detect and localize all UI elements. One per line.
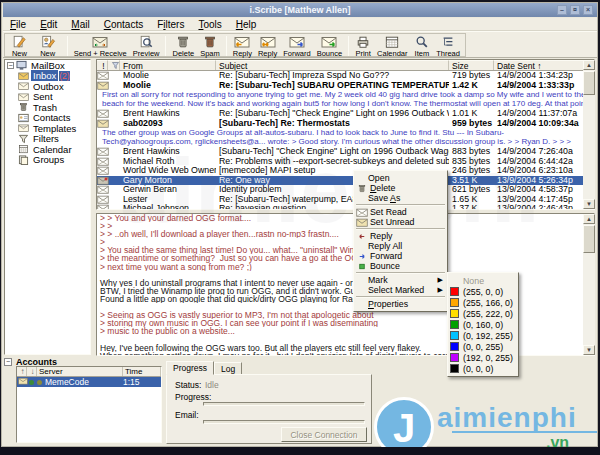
account-row[interactable]: MemeCode1:15 [17, 377, 161, 387]
sidebar-item-filters[interactable]: Filters [5, 134, 90, 145]
toolbar-thread-button[interactable]: Thread [433, 34, 463, 58]
scroll-down-button[interactable]: ▼ [583, 345, 595, 355]
toolbar-forward-button[interactable]: Forward [280, 34, 314, 58]
message-row[interactable]: MoolieRe: [Subaru-Tech] SUBARU OPERATING… [97, 81, 594, 91]
toolbar-calendar-button[interactable]: Calendar [374, 34, 410, 58]
message-row[interactable]: Gerwin BeranIdentity problem621 bytes13/… [97, 185, 594, 195]
context-menu-select-marked[interactable]: Select Marked▶ [354, 285, 447, 295]
body-line: > > You and your darned OGG format.... [97, 214, 594, 222]
sidebar-item-templates[interactable]: Templates [5, 123, 90, 134]
mark-color-option[interactable]: (0, 0, 0) [448, 363, 518, 374]
context-menu-reply[interactable]: Reply [354, 231, 447, 241]
menu-edit[interactable]: Edit [33, 18, 64, 31]
env-open-icon [97, 147, 109, 156]
accounts-collapse-toggle[interactable]: − [4, 358, 12, 366]
context-menu-save-as[interactable]: Save As [354, 193, 447, 203]
send-receive-icon [92, 35, 108, 49]
column-time[interactable]: Time [123, 367, 161, 376]
context-menu-set-unread[interactable]: Set Unread [354, 217, 447, 227]
context-menu-mark[interactable]: Mark▶ [354, 275, 447, 285]
preview-icon [138, 35, 154, 49]
mark-color-option[interactable]: (192, 0, 255) [448, 352, 518, 363]
body-line: > > [97, 222, 594, 230]
minimize-button[interactable]: – [557, 5, 567, 15]
message-row[interactable]: Gary MortonRe: One way3.51 K13/9/2004 5:… [97, 176, 594, 186]
mark-color-option[interactable]: (255, 0, 0) [448, 286, 518, 297]
close-connection-button[interactable]: Close Connection [281, 427, 367, 442]
body-line [97, 335, 594, 343]
message-row[interactable]: World Wide Web Owner[memecode] MAPI setu… [97, 166, 594, 176]
menu-filters[interactable]: Filters [150, 18, 191, 31]
tab-progress[interactable]: Progress [166, 361, 214, 375]
sidebar-item-trash[interactable]: Trash [5, 102, 90, 113]
message-row[interactable]: Brent HawkinsRe: [Subaru-Tech] "Check En… [97, 109, 594, 119]
column-server[interactable]: Server [37, 367, 123, 376]
sidebar-item-calendar[interactable]: Calendar [5, 144, 90, 155]
titlebar[interactable]: i.Scribe [Matthew Allen] –¤× [3, 3, 597, 17]
scroll-down-button[interactable]: ▼ [583, 199, 595, 209]
tree-root-mailbox[interactable]: −MailBox [5, 60, 90, 71]
column-filter[interactable] [108, 60, 120, 70]
send-arrow-icon[interactable]: ↑ [17, 367, 27, 376]
context-menu-set-read[interactable]: Set Read [354, 207, 447, 217]
scroll-up-button[interactable]: ▲ [583, 60, 595, 70]
mark-color-option[interactable]: (0, 0, 255) [448, 341, 518, 352]
message-row[interactable]: MoolieRe: [Subaru-Tech] Impreza Sspd No … [97, 71, 594, 81]
toolbar-delete-button[interactable]: Delete [169, 34, 197, 58]
context-menu-reply-all[interactable]: Reply All [354, 241, 447, 251]
mark-color-option[interactable]: (0, 160, 0) [448, 319, 518, 330]
context-menu-delete[interactable]: Delete [354, 183, 447, 193]
toolbar-reply-button[interactable]: Reply [230, 34, 255, 58]
context-menu-open[interactable]: Open [354, 173, 447, 183]
column-flag[interactable]: ! [97, 60, 108, 70]
context-menu-bounce[interactable]: Bounce [354, 261, 447, 271]
menu-file[interactable]: File [3, 18, 33, 31]
message-list-scrollbar[interactable]: ▲▼ [583, 60, 595, 209]
scroll-thumb[interactable] [583, 71, 595, 95]
sidebar-item-inbox[interactable]: Inbox(2) [5, 71, 90, 82]
scroll-up-button[interactable]: ▲ [583, 214, 595, 224]
receive-arrow-icon[interactable]: ↓ [27, 367, 37, 376]
message-row[interactable]: Brent Hawkins[Subaru-Tech] "Check Engine… [97, 147, 594, 157]
toolbar-send-receive-button[interactable]: Send + Receive [71, 34, 130, 58]
menu-help[interactable]: Help [229, 18, 264, 31]
mark-color-option[interactable]: None [448, 275, 518, 286]
mark-color-option[interactable]: (255, 166, 0) [448, 297, 518, 308]
toolbar-bounce-button[interactable]: Bounce [314, 34, 345, 58]
column-from[interactable]: From [120, 60, 216, 70]
message-preview-snippet[interactable]: First on all sorry for not responding to… [97, 90, 594, 109]
message-row[interactable]: sab02093[Subaru-Tech] Re: Thermostats959… [97, 119, 594, 129]
color-swatch [450, 298, 459, 307]
message-preview-snippet[interactable]: The other group was on Google Groups at … [97, 128, 594, 147]
print-icon [355, 35, 371, 49]
inbox-icon [18, 71, 29, 81]
menu-tools[interactable]: Tools [191, 18, 228, 31]
sidebar-item-contacts[interactable]: Contacts [5, 113, 90, 124]
toolbar-preview-button[interactable]: Preview [130, 34, 163, 58]
maximize-button[interactable]: ¤ [570, 5, 580, 15]
column-date-sent[interactable]: Date Sent ↑ [494, 60, 586, 70]
menu-contacts[interactable]: Contacts [97, 18, 150, 31]
mark-color-option[interactable]: (255, 222, 0) [448, 308, 518, 319]
message-body-scrollbar[interactable]: ▲▼ [583, 214, 595, 355]
sidebar-item-sent[interactable]: Sent [5, 92, 90, 103]
column-size[interactable]: Size [449, 60, 494, 70]
message-row[interactable]: Michael RothRe: Problems with --export-s… [97, 157, 594, 167]
toolbar-print-button[interactable]: Print [352, 34, 374, 58]
close-button[interactable]: × [583, 5, 593, 15]
context-menu-properties[interactable]: Properties [354, 299, 447, 309]
contacts-icon [18, 113, 29, 123]
context-menu-forward[interactable]: Forward [354, 251, 447, 261]
toolbar-spam-button[interactable]: Spam [197, 34, 223, 58]
menu-mail[interactable]: Mail [64, 18, 96, 31]
mark-color-submenu: None(255, 0, 0)(255, 166, 0)(255, 222, 0… [447, 272, 519, 377]
sidebar-item-outbox[interactable]: Outbox [5, 81, 90, 92]
tree-expander-icon[interactable]: − [7, 62, 14, 69]
sidebar-item-groups[interactable]: Groups [5, 155, 90, 166]
delete-icon [175, 35, 191, 49]
message-row[interactable]: LesterRe: [Subaru-Tech] waterpump, EA821… [97, 195, 594, 205]
column-subject[interactable]: Subject [216, 60, 449, 70]
scroll-thumb[interactable] [583, 225, 595, 253]
env-closed-icon [356, 218, 368, 227]
mark-color-option[interactable]: (0, 192, 255) [448, 330, 518, 341]
